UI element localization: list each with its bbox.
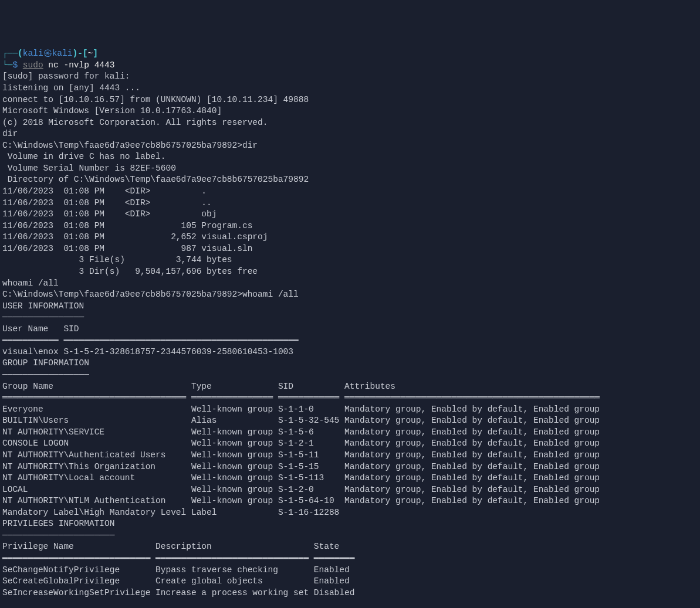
output-line: listening on [any] 4443 ... bbox=[2, 83, 140, 93]
prompt-user: kali bbox=[23, 49, 43, 58]
output-line: SeIncreaseWorkingSetPrivilege Increase a… bbox=[2, 588, 354, 597]
output-line: 3 Dir(s) 9,504,157,696 bytes free bbox=[2, 267, 258, 276]
output-line: Volume Serial Number is 82EF-5600 bbox=[2, 164, 176, 173]
prompt-dollar: $ bbox=[12, 60, 18, 70]
command-sudo: sudo bbox=[23, 60, 43, 70]
output-line: ───────────────── bbox=[2, 370, 89, 379]
output-line: C:\Windows\Temp\faae6d7a9ee7cb8b6757025b… bbox=[2, 141, 258, 150]
output-line: ═════════════════════════════ ══════════… bbox=[2, 553, 354, 563]
output-line: ═══════════ ════════════════════════════… bbox=[2, 335, 299, 345]
output-line: Group Name Type SID Attributes bbox=[2, 382, 600, 391]
skull-icon: ㉿ bbox=[43, 49, 52, 58]
output-line: BUILTIN\Users Alias S-1-5-32-545 Mandato… bbox=[2, 416, 600, 425]
prompt-line2-prefix: └─ bbox=[2, 60, 12, 70]
output-line: 11/06/2023 01:08 PM <DIR> . bbox=[2, 186, 207, 196]
output-line: NT AUTHORITY\NTLM Authentication Well-kn… bbox=[2, 496, 600, 505]
output-line: [sudo] password for kali: bbox=[2, 72, 135, 81]
terminal-output[interactable]: ┌──(kali㉿kali)-[~]└─$ sudo nc -nvlp 4443… bbox=[2, 48, 698, 608]
output-line: 3 File(s) 3,744 bytes bbox=[2, 255, 232, 264]
output-line: Everyone Well-known group S-1-1-0 Mandat… bbox=[2, 405, 600, 414]
output-line: ════════════════════════════════════ ═══… bbox=[2, 393, 600, 402]
output-line: 11/06/2023 01:08 PM 105 Program.cs bbox=[2, 221, 252, 230]
output-line: dir bbox=[2, 129, 18, 138]
prompt-decorator: ┌──( bbox=[2, 49, 23, 58]
output-line: 11/06/2023 01:08 PM <DIR> .. bbox=[2, 198, 212, 208]
output-line: USER INFORMATION bbox=[2, 301, 84, 311]
prompt-cwd: ~ bbox=[88, 49, 93, 58]
output-line: Privilege Name Description State bbox=[2, 542, 354, 551]
output-line: CONSOLE LOGON Well-known group S-1-2-1 M… bbox=[2, 439, 600, 448]
output-line: (c) 2018 Microsoft Corporation. All righ… bbox=[2, 118, 268, 127]
output-line: NT AUTHORITY\SERVICE Well-known group S-… bbox=[2, 427, 600, 437]
output-line: connect to [10.10.16.57] from (UNKNOWN) … bbox=[2, 95, 309, 104]
output-line: PRIVILEGES INFORMATION bbox=[2, 519, 114, 528]
output-line: C:\Windows\Temp\faae6d7a9ee7cb8b6757025b… bbox=[2, 290, 299, 299]
output-line: NT AUTHORITY\This Organization Well-know… bbox=[2, 462, 600, 471]
output-line: SeCreateGlobalPrivilege Create global ob… bbox=[2, 576, 354, 586]
output-line: whoami /all bbox=[2, 278, 59, 288]
output-line: Microsoft Windows [Version 10.0.17763.48… bbox=[2, 106, 222, 116]
output-line: NT AUTHORITY\Authenticated Users Well-kn… bbox=[2, 450, 600, 460]
output-line: SeChangeNotifyPrivilege Bypass traverse … bbox=[2, 565, 354, 575]
output-line: Directory of C:\Windows\Temp\faae6d7a9ee… bbox=[2, 175, 309, 184]
prompt-host: kali bbox=[52, 49, 73, 58]
output-line: NT AUTHORITY\Local account Well-known gr… bbox=[2, 473, 600, 483]
output-line: 11/06/2023 01:08 PM 987 visual.sln bbox=[2, 244, 252, 253]
output-line: GROUP INFORMATION bbox=[2, 358, 89, 368]
command-rest: nc -nvlp 4443 bbox=[43, 60, 115, 70]
output-line: visual\enox S-1-5-21-328618757-234457603… bbox=[2, 347, 299, 356]
prompt-line-1: ┌──(kali㉿kali)-[~] bbox=[2, 48, 698, 60]
output-line: LOCAL Well-known group S-1-2-0 Mandatory… bbox=[2, 485, 600, 494]
prompt-line-2: └─$ sudo nc -nvlp 4443 bbox=[2, 60, 698, 72]
prompt-decorator-close: )-[ bbox=[72, 49, 87, 58]
output-line: Volume in drive C has no label. bbox=[2, 152, 165, 161]
output-line: ────────────────────── bbox=[2, 531, 114, 540]
prompt-end-bracket: ] bbox=[93, 49, 98, 58]
output-line: 11/06/2023 01:08 PM 2,652 visual.csproj bbox=[2, 232, 268, 242]
output-line: Mandatory Label\High Mandatory Level Lab… bbox=[2, 508, 600, 517]
output-line: 11/06/2023 01:08 PM <DIR> obj bbox=[2, 209, 217, 219]
output-line: User Name SID bbox=[2, 324, 299, 334]
output-line: ──────────────── bbox=[2, 313, 84, 322]
